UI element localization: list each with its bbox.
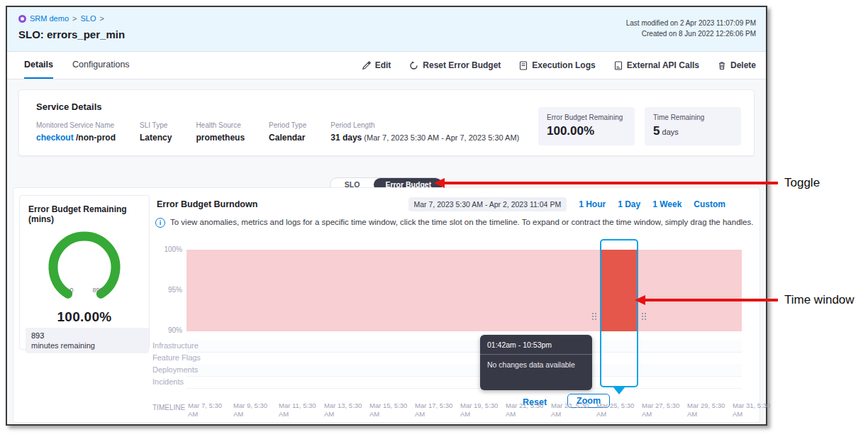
field-value: Latency	[140, 133, 172, 143]
row-label-incidents: Incidents	[152, 377, 184, 386]
timeline-tick: Mar 7, 5:30 AM	[188, 402, 229, 419]
range-1-week[interactable]: 1 Week	[652, 199, 681, 209]
error-budget-gauge-card: Error Budget Remaining (mins) 0 893 100.…	[19, 195, 150, 350]
timeline-tick: Mar 25, 5:30 AM	[596, 402, 638, 419]
field-label: Period Length	[330, 121, 519, 129]
burndown-info: i To view anomalies, metrics and logs fo…	[155, 218, 753, 228]
range-1-hour[interactable]: 1 Hour	[579, 199, 606, 209]
monitored-service-link[interactable]: checkout	[36, 133, 74, 143]
row-infrastructure-track[interactable]	[187, 340, 742, 353]
toggle-annotation-arrowhead-icon	[434, 178, 445, 188]
row-incidents-track[interactable]	[187, 376, 742, 389]
field-value: prometheus	[196, 133, 245, 143]
burndown-title: Error Budget Burndown	[157, 199, 257, 209]
document-api-icon	[614, 61, 623, 70]
page-body: Service Details Monitored Service Name c…	[7, 79, 766, 424]
date-range-chip[interactable]: Mar 7, 2023 5:30 AM - Apr 2, 2023 11:04 …	[408, 197, 567, 211]
timeline-tick: Mar 11, 5:30 AM	[279, 402, 320, 419]
error-budget-burndown: Error Budget Burndown Mar 7, 2023 5:30 A…	[152, 194, 754, 419]
field-value-extra: (Mar 7, 2023 5:30 AM - Apr 7, 2023 5:30 …	[362, 133, 519, 142]
tab-bar: Details Configurations Edit Reset Error …	[7, 52, 766, 79]
timeline-tick: Mar 31, 5:30 AM	[733, 402, 774, 419]
service-details-fields: Monitored Service Name checkout /non-pro…	[36, 121, 519, 143]
delete-button[interactable]: Delete	[718, 60, 756, 70]
srm-logo-icon	[18, 15, 26, 23]
gauge-max-label: 893	[92, 287, 103, 294]
row-feature-flags-track[interactable]	[187, 352, 742, 365]
info-icon: i	[155, 218, 165, 228]
external-api-calls-button[interactable]: External API Calls	[614, 60, 699, 70]
changes-tooltip: 01:42am - 10:53pm No changes data availa…	[480, 335, 592, 390]
time-window-selection[interactable]	[600, 239, 638, 387]
card-value: 100.00%	[547, 124, 625, 138]
pencil-icon	[362, 61, 371, 70]
last-modified-text: Last modified on 2 Apr 2023 11:07:09 PM	[626, 18, 756, 28]
row-label-infrastructure: Infrastructure	[152, 341, 199, 350]
tab-configurations[interactable]: Configurations	[72, 52, 130, 77]
toggle-annotation-arrow	[445, 182, 778, 184]
tab-details[interactable]: Details	[24, 52, 53, 79]
timeline-tick: Mar 23, 5:30 AM	[551, 402, 592, 419]
error-budget-band[interactable]	[187, 250, 742, 331]
timeline-tick: Mar 17, 5:30 AM	[415, 402, 456, 419]
breadcrumb-separator: >	[99, 14, 104, 23]
field-monitored-service: Monitored Service Name checkout /non-pro…	[36, 121, 116, 143]
y-tick-90: 90%	[152, 326, 182, 334]
field-sli-type: SLI Type Latency	[140, 121, 172, 143]
field-label: Health Source	[196, 121, 245, 129]
edit-button[interactable]: Edit	[362, 60, 391, 70]
gauge-title: Error Budget Remaining (mins)	[28, 204, 149, 224]
time-window-annotation-arrow	[645, 299, 778, 302]
summary-cards: Error Budget Remaining 100.00% Time Rema…	[538, 107, 741, 145]
card-unit: days	[660, 128, 678, 136]
y-tick-100: 100%	[152, 245, 182, 253]
field-period-length: Period Length 31 days (Mar 7, 2023 5:30 …	[330, 121, 519, 143]
timeline-tick: Mar 19, 5:30 AM	[460, 402, 501, 419]
gauge-unit: minutes remaining	[31, 341, 143, 350]
timestamps: Last modified on 2 Apr 2023 11:07:09 PM …	[626, 18, 756, 39]
field-value: 31 days	[330, 133, 362, 143]
burndown-controls: Mar 7, 2023 5:30 AM - Apr 2, 2023 11:04 …	[408, 197, 725, 211]
execution-logs-button[interactable]: Execution Logs	[519, 60, 595, 70]
field-period-type: Period Type Calendar	[269, 121, 306, 143]
delete-label: Delete	[730, 60, 756, 70]
tooltip-message: No changes data available	[480, 355, 592, 390]
execution-logs-label: Execution Logs	[532, 60, 595, 70]
field-health-source: Health Source prometheus	[196, 121, 245, 143]
card-label: Time Remaining	[653, 114, 731, 121]
row-label-feature-flags: Feature Flags	[152, 353, 201, 362]
range-custom[interactable]: Custom	[694, 199, 725, 209]
page-header: SRM demo > SLO > SLO: errors_per_min Las…	[7, 7, 766, 52]
field-label: SLI Type	[140, 121, 172, 129]
timeline-tick: Mar 29, 5:30 AM	[687, 402, 728, 419]
reset-error-budget-label: Reset Error Budget	[423, 60, 501, 70]
gauge-min-label: 0	[69, 287, 73, 294]
action-bar: Edit Reset Error Budget Execution Logs E…	[362, 52, 756, 79]
reset-icon	[409, 61, 418, 70]
field-label: Period Type	[269, 121, 306, 129]
selection-right-drag-handle-icon[interactable]	[642, 313, 646, 320]
gauge-value-box: 893 minutes remaining	[26, 328, 149, 353]
range-1-day[interactable]: 1 Day	[618, 199, 640, 209]
row-label-deployments: Deployments	[152, 365, 198, 374]
reset-error-budget-button[interactable]: Reset Error Budget	[409, 60, 501, 70]
timeline-tick: Mar 9, 5:30 AM	[233, 402, 274, 419]
field-label: Monitored Service Name	[36, 121, 116, 129]
gauge-value: 893	[31, 331, 143, 341]
breadcrumb-project-link[interactable]: SRM demo	[30, 14, 69, 23]
timeline-tick: Mar 15, 5:30 AM	[369, 402, 411, 419]
service-details-card: Service Details Monitored Service Name c…	[18, 89, 755, 156]
row-deployments-track[interactable]	[187, 364, 742, 377]
breadcrumb-slo-link[interactable]: SLO	[80, 14, 96, 23]
selection-left-drag-handle-icon[interactable]	[592, 313, 596, 320]
time-remaining-card: Time Remaining 5 days	[645, 107, 741, 145]
edit-label: Edit	[375, 60, 391, 70]
timeline-tick: Mar 27, 5:30 AM	[642, 402, 683, 419]
created-text: Created on 8 Jun 2022 12:26:06 PM	[626, 28, 756, 39]
timeline-tick: Mar 21, 5:30 AM	[506, 402, 547, 419]
gauge-percent: 100.00%	[20, 309, 149, 325]
error-budget-remaining-card: Error Budget Remaining 100.00%	[538, 107, 635, 145]
time-window-annotation-arrowhead-icon	[635, 295, 645, 305]
field-value: Calendar	[269, 133, 306, 143]
tooltip-time: 01:42am - 10:53pm	[480, 335, 592, 354]
